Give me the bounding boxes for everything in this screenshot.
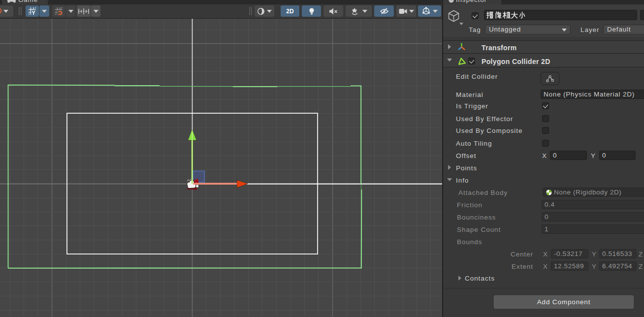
svg-text:Y: Y: [32, 10, 35, 15]
